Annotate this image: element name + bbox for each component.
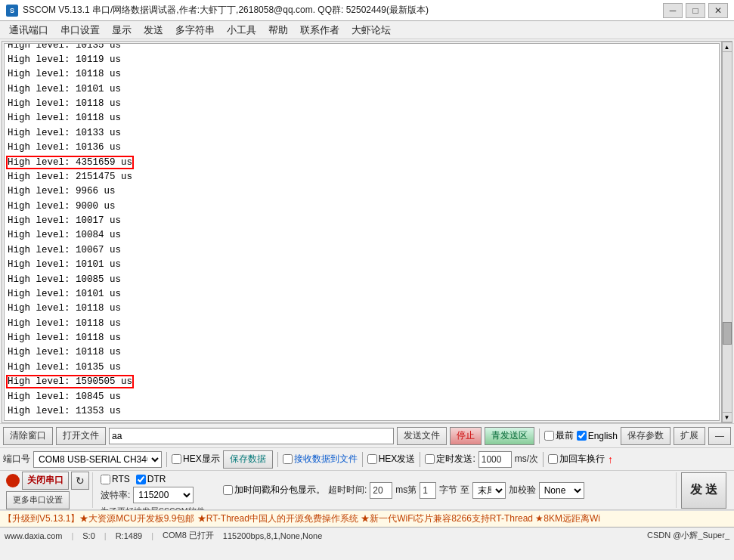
app-icon: S [6,5,18,17]
timed-send-check-label[interactable]: 定时发送: [425,453,475,466]
send-text-input[interactable]: aa [109,428,394,444]
more-settings-button[interactable]: 更多串口设置 [6,491,70,509]
add-timestamp-check-label[interactable]: 加时间戳和分包显示。 [223,484,325,497]
output-line: High level: 10136 us [8,141,716,155]
output-line: High level: 1590505 us [8,375,716,389]
title-text: SSCOM V5.13.1 串口/网络数据调试器,作者:大虾丁丁,2618058… [23,4,429,17]
menu-item-联系作者[interactable]: 联系作者 [294,22,345,39]
output-line: High level: 10845 us [8,390,716,404]
dtr-check-label[interactable]: DTR [136,474,166,484]
menu-item-通讯端口[interactable]: 通讯端口 [3,22,54,39]
status-s: S:0 [82,531,95,540]
hex-send-checkbox[interactable] [367,454,377,464]
minimize-button[interactable]: ─ [663,3,683,18]
receive-to-file-check-label[interactable]: 接收数据到文件 [283,453,358,466]
menu-item-串口设置[interactable]: 串口设置 [54,22,106,39]
scroll-up-arrow[interactable]: ▲ [722,42,732,52]
timeout-label: 超时时间: [328,484,367,497]
add-timestamp-checkbox[interactable] [223,485,233,495]
output-line: High level: 9000 us [8,200,716,214]
status-port: COM8 已打开 [163,530,214,541]
expand-button[interactable]: 扩展 [674,427,705,445]
timeout-unit: ms第 [395,484,417,497]
separator-5 [420,452,420,467]
close-button[interactable]: ✕ [708,3,728,18]
last-checkbox[interactable] [544,431,554,441]
carriage-return-check-label[interactable]: 加回车换行 [548,453,605,466]
menu-item-发送[interactable]: 发送 [138,22,169,39]
red-marker: ↑ [608,453,613,466]
refresh-button[interactable]: ↻ [71,472,89,490]
scrollbar[interactable]: ▲ ▼ [721,42,732,422]
port-select[interactable]: COM8 USB-SERIAL CH340 [33,451,162,468]
stop-button[interactable]: 停止 [450,427,482,445]
minus-button[interactable]: — [708,427,731,445]
hex-display-checkbox[interactable] [172,454,181,464]
menu-item-帮助[interactable]: 帮助 [262,22,294,39]
open-file-button[interactable]: 打开文件 [56,427,106,445]
output-line: High level: 10118 us [8,317,716,331]
title-bar: S SSCOM V5.13.1 串口/网络数据调试器,作者:大虾丁丁,26180… [0,0,734,21]
maximize-button[interactable]: □ [686,3,705,18]
output-line: High level: 9966 us [8,184,716,199]
status-credit: CSDN @小辉_Super_ [647,530,729,541]
output-line: High level: 10085 us [8,273,716,287]
separator-2 [166,452,167,467]
output-line: High level: 10118 us [8,331,716,345]
dtr-checkbox[interactable] [136,475,146,484]
separator-4 [362,452,363,467]
byte-to-select[interactable]: 末尾 [472,482,506,499]
bottom-controls: 清除窗口 打开文件 aa 发送文件 停止 青发送区 最前 English 保存参… [0,423,734,510]
check-select[interactable]: None [539,482,584,499]
save-params-button[interactable]: 保存参数 [621,427,671,445]
menu-item-大虾论坛[interactable]: 大虾论坛 [345,22,397,39]
baud-select[interactable]: 115200 [133,487,194,503]
timed-unit-label: ms/次 [515,453,538,466]
green-send-button[interactable]: 青发送区 [485,427,534,445]
output-line: High level: 10119 us [8,53,716,67]
status-r: R:1489 [116,531,142,540]
menu-item-显示[interactable]: 显示 [106,22,138,39]
port-label-text: 端口号 [3,453,30,466]
output-line: High level: 10135 us [8,360,716,375]
rts-check-label[interactable]: RTS [101,474,130,484]
output-line: High level: 2151475 us [8,170,716,184]
output-line: High level: 10101 us [8,82,716,97]
status-website: www.daxia.com [5,531,62,540]
scroll-track[interactable] [722,52,732,412]
carriage-return-checkbox[interactable] [548,454,558,464]
menu-bar: 通讯端口串口设置显示发送多字符串小工具帮助联系作者大虾论坛 [0,21,734,39]
control-row-2: 端口号 COM8 USB-SERIAL CH340 HEX显示 保存数据 接收数… [0,448,734,471]
ticker-row: 【升级到V5.13.1】★大资源MCU开发板9.9包邮 ★RT-Thread中国… [0,510,734,527]
timed-send-checkbox[interactable] [425,454,435,464]
send-button[interactable]: 发 送 [681,472,726,509]
menu-item-小工具[interactable]: 小工具 [221,22,262,39]
rts-dtr-row: RTS DTR [101,474,212,484]
hex-send-check-label[interactable]: HEX发送 [367,453,416,466]
timeout-input[interactable] [370,482,392,499]
send-file-button[interactable]: 发送文件 [397,427,447,445]
serial-output: High level: 10084 usHigh level: 10084 us… [4,43,720,421]
clear-button[interactable]: 清除窗口 [3,427,53,445]
scroll-down-arrow[interactable]: ▼ [722,412,732,422]
baud-rate-row: 波特率: 115200 [101,487,212,503]
port-status-indicator [6,474,20,487]
separator-6 [543,452,544,467]
english-check-label[interactable]: English [577,431,618,441]
hex-display-check-label[interactable]: HEX显示 [172,453,220,466]
scroll-thumb[interactable] [723,322,732,345]
rts-checkbox[interactable] [101,475,110,484]
byte-from-input[interactable] [420,482,436,499]
menu-item-多字符串[interactable]: 多字符串 [169,22,221,39]
control-row-1: 清除窗口 打开文件 aa 发送文件 停止 青发送区 最前 English 保存参… [0,424,734,448]
window-controls: ─ □ ✕ [663,3,728,18]
save-data-button[interactable]: 保存数据 [223,450,273,469]
receive-to-file-checkbox[interactable] [283,454,293,464]
english-checkbox[interactable] [577,431,587,441]
timed-interval-input[interactable]: 1000 [478,451,512,468]
baud-label: 波特率: [101,489,130,502]
status-baud: 115200bps,8,1,None,None [223,531,323,540]
output-line: High level: 4351659 us [8,156,716,170]
close-port-button[interactable]: 关闭串口 [22,472,69,490]
last-check-label[interactable]: 最前 [544,429,574,442]
